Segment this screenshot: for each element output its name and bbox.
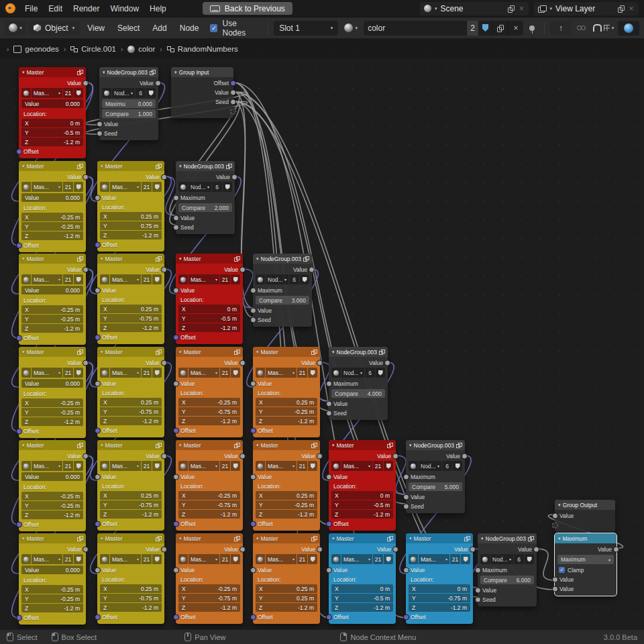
fake-user-icon[interactable] (308, 554, 317, 564)
location-vector-field[interactable]: X0 mY-0.5 mZ-1.2 m (331, 491, 393, 519)
collapse-icon[interactable] (558, 502, 561, 508)
location-y-field[interactable]: Y-0.75 m (100, 500, 162, 509)
material-preview-icon[interactable] (178, 368, 188, 378)
remove-view-layer-icon[interactable] (628, 5, 635, 13)
material-preview-icon[interactable] (100, 274, 109, 284)
fake-user-toggle[interactable] (478, 21, 493, 36)
master-node[interactable]: MasterValueMas...21Value0.000Location:X-… (19, 440, 86, 531)
material-name-dropdown[interactable]: Mas... (110, 368, 141, 378)
master-node[interactable]: MasterValueMas...21ValueLocation:X0.25 m… (253, 533, 320, 624)
location-vector-field[interactable]: X-0.25 mY-0.75 mZ-1.2 m (178, 584, 240, 612)
groupinput-node[interactable]: Group InputOffsetValueSeed (171, 67, 233, 118)
node-header[interactable]: Master (329, 440, 396, 450)
material-preview-icon[interactable] (100, 461, 109, 471)
location-vector-field[interactable]: X-0.25 mY-0.25 mZ-1.2 m (21, 398, 83, 426)
master-node[interactable]: MasterValueMas...21ValueLocation:X0 mY-0… (329, 440, 396, 531)
input-socket[interactable] (403, 494, 409, 500)
fake-user-icon[interactable] (74, 274, 83, 284)
material-name-dropdown[interactable]: Mas... (419, 554, 449, 564)
material-preview-icon[interactable] (21, 182, 31, 192)
location-x-field[interactable]: X-0.25 m (21, 213, 83, 221)
location-y-field[interactable]: Y-0.75 m (178, 500, 240, 509)
material-users-count[interactable]: 21 (220, 368, 230, 378)
input-socket[interactable] (173, 215, 179, 221)
fake-user-icon[interactable] (146, 88, 156, 98)
go-to-parent-node-tree-button[interactable] (550, 21, 572, 36)
output-socket[interactable] (533, 546, 539, 552)
collapse-icon[interactable] (409, 536, 412, 541)
location-y-field[interactable]: Y-0.25 m (21, 594, 83, 603)
material-preview-icon[interactable] (100, 368, 109, 378)
location-vector-field[interactable]: X-0.25 mY-0.75 mZ-1.2 m (178, 398, 240, 425)
collapse-icon[interactable] (22, 443, 25, 448)
input-socket[interactable] (16, 428, 22, 434)
location-vector-field[interactable]: X-0.25 mY-0.75 mZ-1.2 m (178, 491, 240, 519)
material-users-count[interactable]: 6 (212, 182, 222, 192)
input-socket[interactable] (250, 307, 256, 313)
location-z-field[interactable]: Z-1.2 m (331, 510, 393, 519)
material-users-count[interactable]: 21 (63, 88, 73, 98)
node-header[interactable]: Master (176, 533, 243, 543)
node-header[interactable]: Master (19, 67, 86, 77)
location-vector-field[interactable]: X0.25 mY-0.75 mZ-1.2 m (100, 398, 162, 425)
material-users-count[interactable]: 21 (63, 182, 73, 192)
menu-node[interactable]: Node (174, 21, 205, 35)
material-users-count[interactable]: 21 (450, 554, 460, 564)
location-y-field[interactable]: Y-0.5 m (331, 500, 393, 509)
compare-field[interactable]: Compare4.000 (331, 389, 385, 398)
node-header[interactable]: Master (97, 533, 164, 543)
collapse-icon[interactable] (101, 350, 103, 355)
material-preview-icon[interactable] (256, 554, 265, 564)
location-z-field[interactable]: Z-1.2 m (178, 603, 240, 612)
location-vector-field[interactable]: X0.25 mY-0.25 mZ-1.2 m (256, 491, 317, 519)
input-socket[interactable] (326, 474, 332, 480)
collapse-icon[interactable] (22, 256, 25, 262)
master-node[interactable]: MasterValueMas...21ValueLocation:X-0.25 … (176, 440, 243, 531)
output-socket[interactable] (161, 174, 167, 180)
input-socket[interactable] (475, 567, 481, 573)
output-socket[interactable] (161, 360, 167, 366)
menu-render[interactable]: Render (68, 2, 105, 15)
input-socket[interactable] (16, 148, 22, 154)
material-users-count[interactable]: 21 (220, 554, 230, 564)
node-header[interactable]: Group Output (555, 500, 615, 510)
material-name-dropdown[interactable]: Mas... (341, 461, 372, 471)
node-header[interactable]: NodeGroup.003 (406, 440, 465, 450)
virtual-socket[interactable] (230, 108, 236, 114)
material-users-count[interactable]: 21 (142, 368, 152, 378)
input-socket[interactable] (97, 130, 103, 136)
collapse-icon[interactable] (179, 164, 182, 169)
location-vector-field[interactable]: X0 mY-0.5 mZ-1.2 m (331, 584, 393, 612)
breadcrumb-geonodes[interactable]: geonodes (13, 45, 59, 53)
location-vector-field[interactable]: X0.25 mY0.75 mZ-1.2 m (100, 212, 162, 239)
location-x-field[interactable]: X0.25 m (256, 398, 317, 407)
location-x-field[interactable]: X-0.25 m (178, 584, 240, 593)
input-socket[interactable] (95, 567, 101, 573)
node-header[interactable]: Master (97, 254, 164, 264)
fake-user-icon[interactable] (152, 274, 162, 284)
node-editor-canvas[interactable]: MasterValueMas...21Value0.000Location:X0… (0, 0, 644, 644)
nodegroup-node[interactable]: NodeGroup.003ValueNod...6MaximumCompare2… (176, 161, 235, 234)
nodegroup-node[interactable]: NodeGroup.003ValueNod...6MaximumCompare6… (478, 533, 537, 606)
node-header[interactable]: Master (176, 347, 243, 357)
location-y-field[interactable]: Y-0.25 m (256, 407, 317, 416)
master-node[interactable]: MasterValueMas...21ValueLocation:X0.25 m… (253, 440, 320, 531)
output-socket[interactable] (231, 174, 237, 180)
location-y-field[interactable]: Y-0.75 m (409, 594, 470, 602)
fake-user-icon[interactable] (152, 554, 162, 564)
master-node[interactable]: MasterValueMas...21ValueLocation:X0 mY-0… (406, 533, 473, 624)
location-z-field[interactable]: Z-1.2 m (331, 603, 393, 612)
master-node[interactable]: MasterValueMas...21ValueLocation:X0 mY-0… (329, 533, 396, 624)
new-scene-icon[interactable] (508, 5, 515, 12)
material-name-dropdown[interactable]: Nod... (266, 274, 288, 284)
master-node[interactable]: MasterValueMas...21ValueLocation:X-0.25 … (176, 347, 243, 437)
material-name-dropdown[interactable]: Nod... (189, 182, 211, 192)
input-socket[interactable] (173, 427, 179, 433)
nodegroup-node[interactable]: NodeGroup.003ValueNod...6Maximu0.000Comp… (99, 67, 158, 140)
fake-user-icon[interactable] (300, 274, 309, 284)
unlink-material-button[interactable] (508, 21, 523, 36)
input-socket[interactable] (16, 521, 22, 527)
master-node[interactable]: MasterValueMas...21ValueLocation:X0.25 m… (97, 440, 164, 531)
material-preview-icon[interactable] (409, 554, 418, 564)
material-preview-icon[interactable] (21, 461, 31, 471)
